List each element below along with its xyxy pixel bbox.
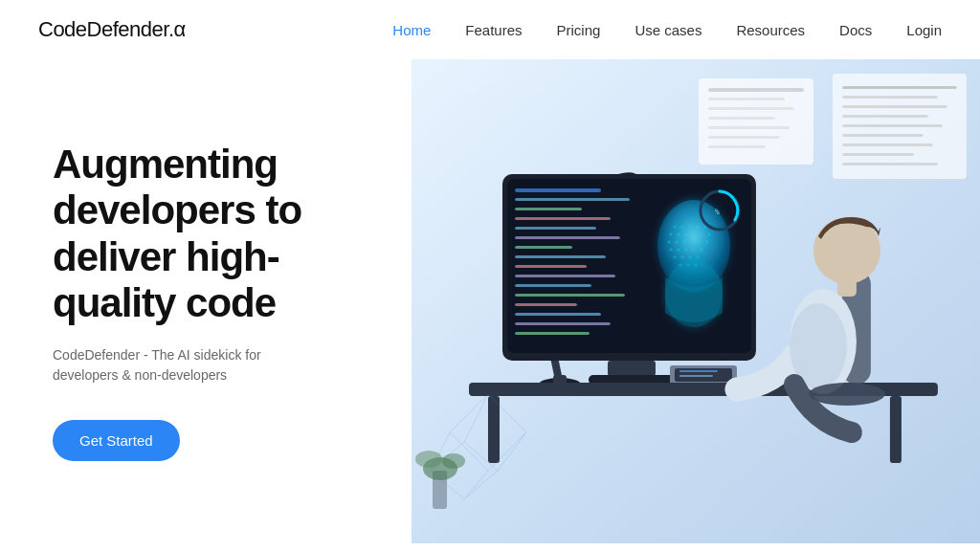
svg-rect-38: [515, 303, 577, 306]
svg-rect-33: [515, 255, 606, 258]
nav-use-cases[interactable]: Use cases: [635, 22, 702, 38]
svg-point-52: [701, 233, 703, 236]
svg-rect-88: [679, 375, 713, 377]
brand-name: CodeDefender.: [38, 17, 174, 41]
svg-rect-41: [515, 332, 590, 335]
svg-rect-32: [515, 246, 572, 249]
svg-point-65: [674, 256, 677, 259]
brand-suffix: α: [174, 17, 186, 41]
svg-point-54: [668, 241, 671, 244]
svg-rect-12: [842, 105, 947, 108]
svg-point-106: [415, 451, 442, 468]
svg-rect-36: [515, 284, 591, 287]
svg-rect-15: [842, 134, 924, 137]
svg-rect-37: [515, 294, 625, 297]
svg-point-67: [689, 256, 692, 259]
svg-rect-27: [515, 198, 630, 201]
svg-rect-31: [515, 236, 620, 239]
svg-point-107: [442, 453, 465, 469]
svg-point-66: [681, 256, 684, 259]
svg-point-63: [693, 249, 696, 252]
hero-section: Augmenting developers to deliver high-qu…: [0, 59, 980, 543]
svg-rect-7: [708, 136, 780, 139]
svg-rect-5: [708, 117, 775, 120]
svg-rect-34: [515, 265, 587, 268]
nav-resources[interactable]: Resources: [736, 22, 805, 38]
scene-svg: %: [412, 59, 980, 543]
svg-rect-13: [842, 115, 928, 118]
get-started-button[interactable]: Get Started: [53, 420, 180, 461]
svg-rect-75: [608, 361, 656, 376]
svg-point-53: [708, 233, 711, 236]
svg-rect-11: [842, 96, 938, 99]
nav-features[interactable]: Features: [465, 22, 522, 38]
svg-rect-35: [515, 275, 615, 277]
svg-point-60: [670, 249, 673, 252]
svg-rect-8: [708, 145, 766, 148]
svg-point-68: [697, 256, 700, 259]
svg-rect-10: [842, 86, 957, 89]
svg-rect-28: [515, 208, 582, 210]
nav-login[interactable]: Login: [906, 22, 942, 38]
svg-point-58: [699, 241, 702, 244]
main-nav: Home Features Pricing Use cases Resource…: [392, 22, 942, 38]
svg-point-55: [676, 241, 679, 244]
svg-rect-17: [842, 153, 914, 156]
svg-rect-26: [515, 188, 601, 192]
hero-illustration: %: [412, 59, 980, 543]
svg-point-59: [706, 241, 709, 244]
svg-rect-90: [488, 396, 500, 463]
nav-pricing[interactable]: Pricing: [557, 22, 601, 38]
svg-point-97: [809, 383, 885, 406]
hero-title: Augmenting developers to deliver high-qu…: [53, 142, 373, 326]
svg-rect-6: [708, 126, 790, 129]
svg-rect-39: [515, 313, 601, 316]
svg-rect-87: [679, 370, 718, 372]
svg-rect-3: [708, 98, 785, 100]
svg-point-49: [678, 233, 680, 236]
svg-point-48: [670, 233, 673, 236]
brand-logo: CodeDefender.α: [38, 17, 186, 42]
header: CodeDefender.α Home Features Pricing Use…: [0, 0, 980, 59]
svg-point-51: [693, 233, 696, 236]
nav-docs[interactable]: Docs: [839, 22, 872, 38]
svg-rect-30: [515, 227, 596, 230]
svg-rect-2: [708, 88, 804, 92]
svg-point-50: [685, 233, 688, 236]
nav-home[interactable]: Home: [392, 22, 431, 38]
hero-subtitle: CodeDefender - The AI sidekick for devel…: [53, 345, 321, 386]
svg-point-43: [674, 226, 677, 229]
svg-point-57: [691, 241, 694, 244]
hero-content: Augmenting developers to deliver high-qu…: [0, 59, 412, 543]
svg-rect-4: [708, 107, 794, 110]
svg-rect-29: [515, 217, 611, 220]
svg-point-56: [683, 241, 686, 244]
svg-rect-14: [842, 124, 943, 127]
svg-rect-16: [842, 143, 933, 146]
svg-rect-91: [890, 396, 902, 463]
svg-text:%: %: [715, 208, 720, 216]
svg-point-46: [697, 226, 700, 229]
svg-rect-95: [837, 277, 857, 297]
svg-point-64: [701, 249, 703, 252]
svg-point-61: [678, 249, 680, 252]
svg-rect-18: [842, 163, 938, 165]
svg-point-45: [689, 226, 692, 229]
svg-point-62: [685, 249, 688, 252]
svg-point-44: [681, 226, 684, 229]
svg-rect-40: [515, 322, 611, 325]
